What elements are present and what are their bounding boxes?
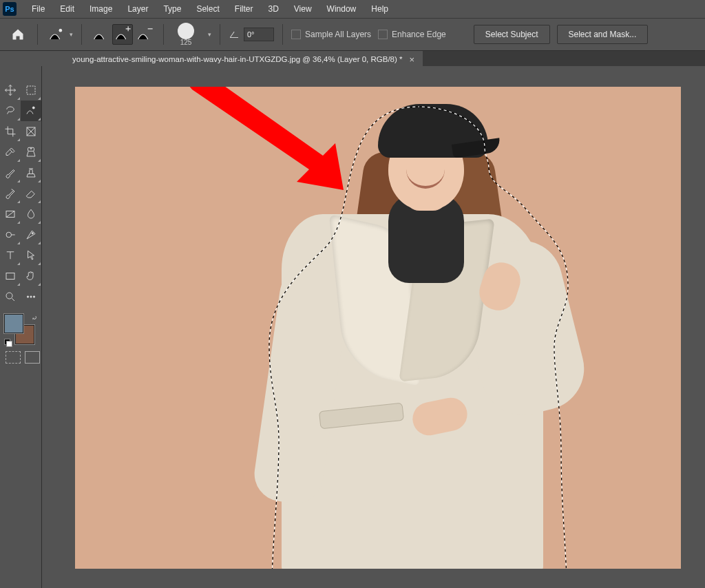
menu-type[interactable]: Type [156,1,188,17]
divider [220,24,220,45]
document-tab[interactable]: young-attractive-smiling-woman-with-wavy… [64,51,423,67]
edit-toolbar-button[interactable] [21,286,41,307]
hand-tool[interactable] [21,266,41,286]
selection-mode-group [90,24,155,45]
quick-mask-row [6,351,41,364]
foreground-color[interactable] [4,314,23,333]
document-tab-title: young-attractive-smiling-woman-with-wavy… [72,55,402,63]
menu-help[interactable]: Help [364,1,395,17]
svg-rect-8 [6,273,14,280]
menu-image[interactable]: Image [83,1,119,17]
menu-filter[interactable]: Filter [228,1,260,17]
checkbox-icon [291,30,301,39]
sample-all-layers-label: Sample All Layers [305,30,371,39]
chevron-down-icon: ▾ [70,31,73,38]
quick-mask-toggle[interactable] [6,351,21,364]
move-tool[interactable] [0,80,21,101]
history-brush-tool[interactable] [0,183,21,204]
canvas-image-content [261,104,578,569]
path-selection-tool[interactable] [21,245,41,266]
rectangular-marquee-tool[interactable] [21,80,41,101]
checkbox-icon [378,30,388,39]
svg-point-12 [33,296,34,297]
menu-view[interactable]: View [287,1,319,17]
gradient-tool[interactable] [0,204,21,224]
app-logo: Ps [3,2,17,16]
menu-edit[interactable]: Edit [53,1,81,17]
menu-bar: Ps File Edit Image Layer Type Select Fil… [0,0,705,18]
menu-file[interactable]: File [25,1,52,17]
svg-point-11 [30,296,32,297]
swap-colors-icon[interactable]: ⤾ [32,314,37,322]
sample-all-layers-checkbox[interactable]: Sample All Layers [291,30,371,39]
frame-tool[interactable] [21,121,41,142]
current-tool-preset[interactable]: ▾ [46,24,73,45]
default-colors-icon[interactable] [4,339,12,347]
workspace: ⤾ [0,66,705,588]
select-subject-button[interactable]: Select Subject [474,25,550,44]
toolbox: ⤾ [0,66,42,588]
svg-point-2 [32,107,34,109]
clone-stamp-tool[interactable] [21,162,41,183]
toolbox-header [0,70,41,78]
quick-selection-icon [47,25,66,44]
new-selection-button[interactable] [90,24,111,45]
menu-layer[interactable]: Layer [120,1,155,17]
crop-tool[interactable] [0,121,21,142]
subtract-from-selection-button[interactable] [134,24,155,45]
select-and-mask-button[interactable]: Select and Mask... [557,25,649,44]
brush-size-value: 125 [180,39,192,46]
divider [282,24,283,45]
menu-3d[interactable]: 3D [261,1,285,17]
menu-select[interactable]: Select [189,1,226,17]
lasso-tool[interactable] [0,101,21,121]
brush-subtract-icon [135,25,154,44]
pen-tool[interactable] [21,224,41,245]
home-icon [11,28,25,41]
document-tab-strip: young-attractive-smiling-woman-with-wavy… [64,51,705,67]
angle-icon [229,29,240,40]
svg-point-7 [32,233,33,234]
svg-point-10 [27,296,28,297]
rectangle-shape-tool[interactable] [0,266,21,286]
type-tool[interactable] [0,245,21,266]
svg-rect-1 [27,86,35,94]
quick-selection-tool[interactable] [21,101,41,121]
add-to-selection-button[interactable] [112,24,133,45]
svg-point-0 [59,29,63,32]
zoom-tool[interactable] [0,286,21,307]
enhance-edge-checkbox[interactable]: Enhance Edge [378,30,446,39]
healing-brush-tool[interactable] [21,142,41,162]
chevron-down-icon[interactable]: ▾ [208,31,211,38]
color-swatches[interactable]: ⤾ [4,314,37,347]
document-canvas[interactable] [75,87,681,569]
brush-new-icon [91,25,110,44]
enhance-edge-label: Enhance Edge [392,30,446,39]
eraser-tool[interactable] [21,183,41,204]
brush-add-icon [113,25,132,44]
blur-tool[interactable] [21,204,41,224]
canvas-area[interactable] [42,66,705,588]
divider [81,24,82,45]
close-icon[interactable]: × [409,55,414,64]
divider [37,24,38,45]
home-button[interactable] [7,23,29,45]
svg-point-6 [6,232,12,238]
brush-angle-control[interactable]: 0° [229,28,274,41]
brush-preview-dot [178,23,194,39]
svg-point-9 [6,293,12,299]
angle-field[interactable]: 0° [244,28,274,41]
options-bar: ▾ 125 ▾ 0° Sample All Layers Enhance Edg… [0,18,705,51]
screen-mode-button[interactable] [25,351,40,364]
eyedropper-tool[interactable] [0,142,21,162]
dodge-tool[interactable] [0,224,21,245]
brush-tool[interactable] [0,162,21,183]
menu-window[interactable]: Window [320,1,364,17]
divider [163,24,164,45]
brush-picker[interactable]: 125 [172,23,200,46]
